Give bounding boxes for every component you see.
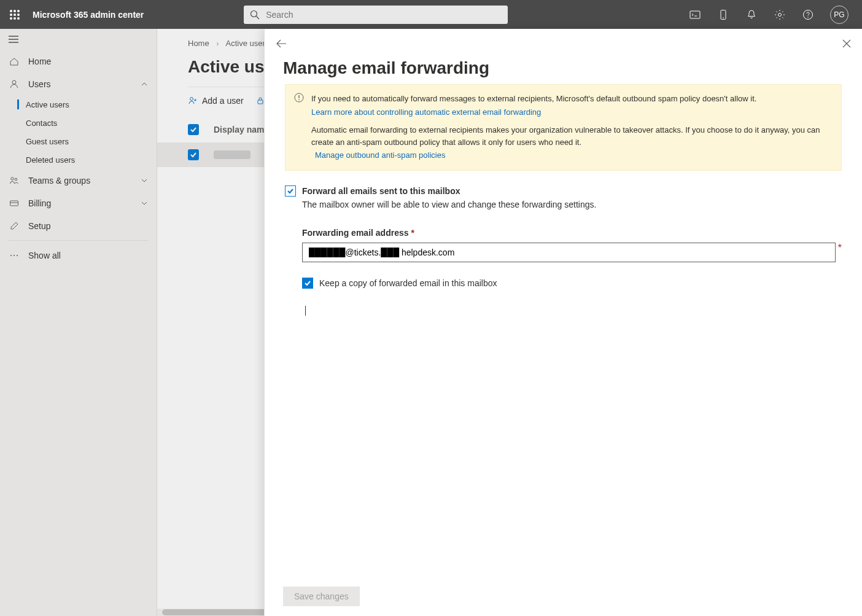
chevron-up-icon	[141, 80, 148, 88]
panel-close-button[interactable]	[842, 39, 851, 48]
manage-forwarding-panel: Manage email forwarding If you need to a…	[264, 29, 862, 616]
setup-icon	[9, 220, 20, 232]
svg-point-33	[298, 99, 300, 101]
svg-point-2	[17, 10, 20, 12]
nav-active-users[interactable]: Active users	[0, 95, 157, 114]
search-box[interactable]	[244, 6, 508, 24]
text-cursor	[305, 306, 306, 316]
info-banner: If you need to automatically forward mes…	[285, 84, 842, 171]
svg-point-23	[15, 178, 17, 181]
nav-users[interactable]: Users	[0, 72, 157, 95]
save-changes-button[interactable]: Save changes	[283, 587, 360, 606]
left-nav: Home Users Active users Contacts Guest u…	[0, 29, 157, 616]
required-indicator: *	[411, 228, 414, 238]
forward-all-checkbox[interactable]	[285, 185, 296, 197]
user-icon	[9, 79, 20, 90]
header-help[interactable]	[794, 0, 821, 29]
chevron-down-icon	[141, 177, 148, 184]
keep-copy-label: Keep a copy of forwarded email in this m…	[319, 278, 497, 288]
bell-icon	[746, 9, 757, 20]
svg-rect-30	[258, 100, 263, 104]
svg-point-22	[11, 177, 14, 179]
scrollbar-thumb[interactable]	[162, 609, 273, 615]
svg-rect-24	[10, 201, 18, 206]
svg-point-6	[10, 17, 12, 20]
mobile-icon	[718, 9, 729, 20]
close-icon	[842, 39, 851, 48]
required-indicator: *	[838, 243, 842, 254]
cmd-label: Add a user	[202, 96, 244, 106]
waffle-icon	[10, 10, 20, 20]
svg-point-8	[17, 17, 20, 20]
svg-point-26	[10, 255, 12, 256]
svg-line-10	[257, 16, 260, 19]
gear-icon	[774, 9, 785, 20]
menu-icon	[9, 35, 18, 44]
terminal-icon	[689, 9, 701, 20]
nav-contacts[interactable]: Contacts	[0, 114, 157, 132]
panel-title: Manage email forwarding	[265, 58, 862, 84]
svg-point-3	[10, 14, 12, 16]
nav-sub-label: Active users	[26, 100, 69, 109]
nav-label: Setup	[28, 221, 51, 231]
chevron-down-icon	[141, 200, 148, 207]
keep-copy-checkbox[interactable]	[302, 278, 313, 289]
header-shell-icon[interactable]	[681, 0, 709, 29]
header-bar: Microsoft 365 admin center PG	[0, 0, 862, 29]
svg-point-4	[14, 14, 16, 16]
arrow-left-icon	[276, 39, 287, 49]
svg-point-9	[251, 10, 257, 17]
header-mobile-icon[interactable]	[710, 0, 737, 29]
header-settings[interactable]	[766, 0, 793, 29]
info-text-1: If you need to automatically forward mes…	[311, 93, 833, 105]
nav-guest-users[interactable]: Guest users	[0, 132, 157, 150]
breadcrumb-active-users[interactable]: Active users	[226, 39, 270, 48]
more-icon	[9, 250, 20, 261]
info-link-1[interactable]: Learn more about controlling automatic e…	[311, 107, 541, 117]
info-text-2: Automatic email forwarding to external r…	[311, 124, 833, 148]
billing-icon	[9, 198, 20, 209]
row-checkbox[interactable]	[188, 149, 199, 160]
header-notifications[interactable]	[738, 0, 765, 29]
info-icon	[294, 93, 304, 103]
nav-label: Billing	[28, 198, 51, 208]
col-display-name[interactable]: Display name	[214, 125, 269, 135]
panel-back-button[interactable]	[276, 39, 287, 49]
home-icon	[9, 56, 20, 67]
add-user-icon	[188, 96, 198, 106]
nav-label: Teams & groups	[28, 176, 90, 185]
nav-billing[interactable]: Billing	[0, 192, 157, 214]
search-input[interactable]	[266, 6, 502, 24]
nav-teams-groups[interactable]: Teams & groups	[0, 169, 157, 192]
svg-point-27	[14, 255, 15, 256]
nav-label: Home	[28, 57, 51, 66]
breadcrumb-home[interactable]: Home	[188, 39, 209, 48]
search-icon	[250, 10, 260, 20]
nav-collapse-button[interactable]	[9, 35, 18, 44]
nav-deleted-users[interactable]: Deleted users	[0, 150, 157, 169]
question-icon	[802, 9, 813, 20]
nav-sub-label: Deleted users	[26, 155, 75, 165]
svg-point-21	[12, 80, 16, 84]
forward-all-label: Forward all emails sent to this mailbox	[302, 186, 460, 196]
svg-point-0	[10, 10, 12, 12]
app-launcher-button[interactable]	[0, 0, 29, 29]
nav-setup[interactable]: Setup	[0, 214, 157, 237]
forward-all-hint: The mailbox owner will be able to view a…	[302, 200, 842, 209]
forwarding-address-input[interactable]	[302, 243, 836, 262]
nav-home[interactable]: Home	[0, 50, 157, 72]
forwarding-address-label: Forwarding email address *	[302, 228, 842, 238]
redacted-name	[214, 150, 250, 159]
svg-point-7	[14, 17, 16, 20]
info-link-2[interactable]: Manage outbound anti-spam policies	[315, 150, 445, 160]
nav-show-all[interactable]: Show all	[0, 244, 157, 267]
nav-label: Users	[28, 79, 51, 89]
svg-point-17	[807, 17, 808, 17]
svg-point-1	[14, 10, 16, 12]
teams-icon	[9, 175, 20, 186]
select-all-checkbox[interactable]	[188, 124, 199, 135]
cmd-add-user[interactable]: Add a user	[188, 96, 244, 106]
lock-icon	[256, 96, 265, 105]
account-avatar[interactable]: PG	[830, 6, 848, 24]
nav-sub-label: Contacts	[26, 119, 57, 128]
